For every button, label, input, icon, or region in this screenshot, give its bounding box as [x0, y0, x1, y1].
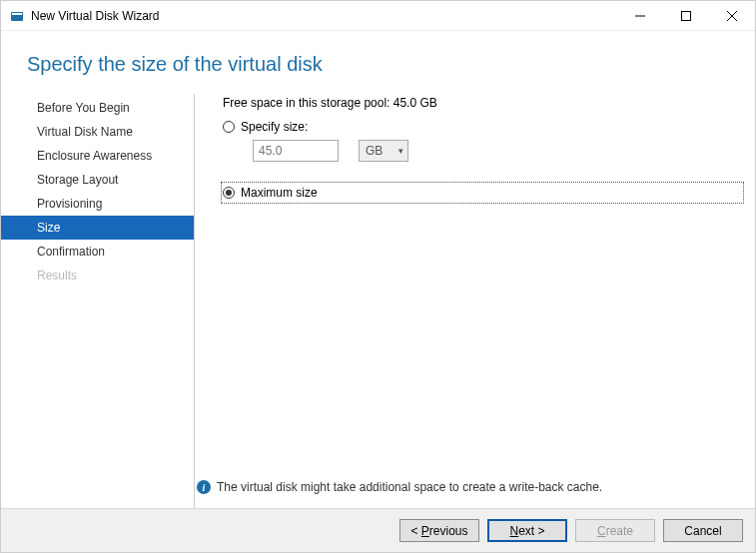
radio-icon — [223, 187, 235, 199]
footer-buttons: < Previous Next > Create Cancel — [1, 508, 755, 552]
page-heading: Specify the size of the virtual disk — [1, 31, 755, 94]
step-confirmation[interactable]: Confirmation — [1, 240, 194, 264]
step-storage-layout[interactable]: Storage Layout — [1, 168, 194, 192]
size-unit-value: GB — [366, 144, 382, 158]
content: Specify the size of the virtual disk Bef… — [1, 31, 755, 508]
wizard-steps-sidebar: Before You Begin Virtual Disk Name Enclo… — [27, 94, 195, 508]
step-before-you-begin[interactable]: Before You Begin — [1, 96, 194, 120]
info-icon: i — [197, 480, 211, 494]
maximum-size-label: Maximum size — [241, 186, 318, 200]
previous-button[interactable]: < Previous — [399, 519, 479, 542]
step-size[interactable]: Size — [1, 216, 194, 240]
info-row: i The virtual disk might take additional… — [197, 480, 602, 494]
specify-size-label: Specify size: — [241, 120, 308, 134]
step-virtual-disk-name[interactable]: Virtual Disk Name — [1, 120, 194, 144]
radio-icon — [223, 121, 235, 133]
create-button: Create — [575, 519, 655, 542]
close-button[interactable] — [709, 1, 755, 30]
step-provisioning[interactable]: Provisioning — [1, 192, 194, 216]
size-value-input[interactable] — [253, 140, 339, 162]
size-unit-select[interactable]: GB ▾ — [359, 140, 408, 162]
titlebar: New Virtual Disk Wizard — [1, 1, 755, 31]
specify-size-radio[interactable]: Specify size: — [223, 118, 743, 136]
maximize-button[interactable] — [663, 1, 709, 30]
step-results: Results — [1, 264, 194, 287]
svg-rect-3 — [682, 11, 691, 20]
chevron-down-icon: ▾ — [398, 146, 403, 156]
window-controls — [617, 1, 755, 30]
body: Before You Begin Virtual Disk Name Enclo… — [1, 94, 755, 508]
size-input-row: GB ▾ — [253, 140, 743, 162]
next-button[interactable]: Next > — [487, 519, 567, 542]
window-title: New Virtual Disk Wizard — [31, 9, 159, 23]
free-space-label: Free space in this storage pool: 45.0 GB — [223, 96, 743, 110]
svg-rect-1 — [12, 13, 22, 15]
app-icon — [9, 8, 25, 24]
cancel-button[interactable]: Cancel — [663, 519, 743, 542]
step-enclosure-awareness[interactable]: Enclosure Awareness — [1, 144, 194, 168]
main-panel: Free space in this storage pool: 45.0 GB… — [195, 94, 743, 508]
minimize-button[interactable] — [617, 1, 663, 30]
maximum-size-radio[interactable]: Maximum size — [223, 184, 742, 202]
info-text: The virtual disk might take additional s… — [217, 480, 602, 494]
